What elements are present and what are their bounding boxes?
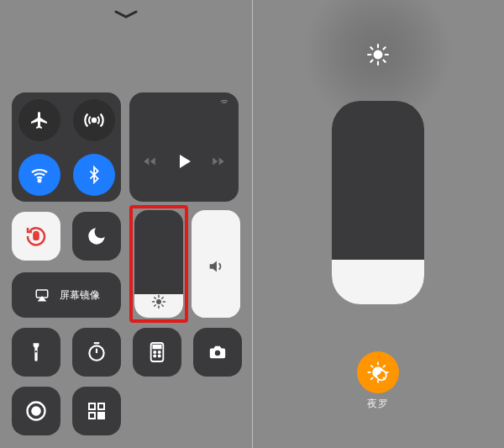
- forward-icon: [209, 154, 228, 169]
- cellular-icon: [83, 109, 105, 131]
- svg-point-23: [159, 355, 160, 356]
- pane-divider: [252, 0, 253, 448]
- svg-point-3: [157, 300, 161, 304]
- svg-point-20: [154, 351, 155, 353]
- speaker-icon: [207, 257, 225, 279]
- svg-line-51: [383, 366, 385, 367]
- svg-rect-33: [102, 413, 104, 415]
- play-button[interactable]: [174, 151, 194, 175]
- brightness-slider-large[interactable]: [332, 101, 424, 304]
- night-shift-label: 夜罗: [367, 397, 389, 411]
- do-not-disturb-toggle[interactable]: [72, 212, 121, 261]
- svg-point-14: [35, 350, 37, 352]
- airplane-mode-toggle[interactable]: [18, 99, 60, 141]
- collapse-handle[interactable]: [114, 10, 138, 20]
- cellular-data-toggle[interactable]: [73, 99, 115, 141]
- svg-line-11: [162, 298, 164, 299]
- sun-icon: [151, 294, 166, 313]
- airplay-icon: [218, 99, 230, 114]
- svg-line-8: [155, 298, 156, 299]
- svg-point-0: [92, 118, 95, 121]
- media-controls-group: [129, 92, 239, 202]
- camera-icon: [207, 343, 228, 361]
- camera-button[interactable]: [193, 328, 242, 377]
- svg-line-10: [155, 305, 156, 307]
- flashlight-button[interactable]: [12, 328, 60, 377]
- qr-icon: [87, 401, 107, 421]
- svg-point-22: [154, 355, 155, 356]
- control-center-pane: 屏幕镜像: [0, 0, 252, 448]
- flashlight-icon: [28, 341, 45, 363]
- svg-rect-28: [98, 403, 104, 409]
- wifi-icon: [29, 165, 50, 185]
- connectivity-group: [12, 92, 121, 202]
- wifi-toggle[interactable]: [18, 154, 60, 196]
- calculator-button[interactable]: [133, 328, 181, 377]
- screen-record-button[interactable]: [12, 387, 60, 435]
- svg-rect-27: [89, 403, 95, 409]
- svg-rect-30: [98, 413, 101, 415]
- timer-button[interactable]: [72, 328, 121, 377]
- bluetooth-toggle[interactable]: [73, 154, 115, 196]
- screen-mirroring-label: 屏幕镜像: [60, 288, 100, 303]
- brightness-slider[interactable]: [134, 210, 183, 318]
- svg-rect-29: [89, 413, 95, 419]
- night-shift-button[interactable]: [357, 351, 399, 393]
- bluetooth-icon: [85, 166, 103, 184]
- svg-rect-32: [98, 416, 101, 419]
- svg-rect-19: [153, 345, 160, 349]
- svg-line-39: [370, 47, 372, 49]
- svg-line-42: [384, 47, 386, 49]
- svg-point-21: [159, 351, 160, 353]
- airplay-screen-icon: [33, 287, 51, 303]
- brightness-fill-large: [332, 260, 424, 304]
- calculator-icon: [148, 341, 166, 363]
- rotation-lock-icon: [24, 224, 49, 249]
- rewind-icon: [140, 154, 159, 169]
- airplane-icon: [29, 110, 50, 130]
- screen-mirroring-button[interactable]: 屏幕镜像: [12, 272, 121, 318]
- svg-point-34: [375, 51, 382, 59]
- svg-line-48: [371, 366, 373, 367]
- svg-line-41: [370, 61, 372, 62]
- qr-scan-button[interactable]: [72, 387, 121, 435]
- svg-line-49: [383, 377, 385, 379]
- svg-point-24: [215, 350, 220, 356]
- svg-point-1: [38, 179, 40, 182]
- svg-line-50: [371, 377, 373, 379]
- volume-slider[interactable]: [192, 210, 240, 318]
- svg-line-9: [162, 305, 164, 307]
- forward-button[interactable]: [209, 154, 228, 172]
- svg-line-40: [384, 61, 386, 62]
- rewind-button[interactable]: [140, 154, 159, 172]
- night-shift-icon: [366, 361, 390, 384]
- screen-record-icon: [24, 399, 48, 423]
- svg-point-26: [32, 407, 39, 414]
- svg-rect-31: [102, 416, 104, 419]
- moon-icon: [86, 225, 108, 247]
- sun-icon: [367, 44, 389, 69]
- play-icon: [174, 151, 194, 171]
- brightness-detail-pane: 夜罗: [252, 0, 504, 448]
- rotation-lock-toggle[interactable]: [12, 212, 60, 261]
- timer-icon: [86, 341, 108, 363]
